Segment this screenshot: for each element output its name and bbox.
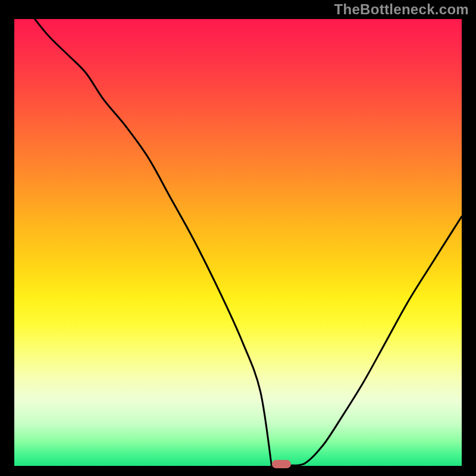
bottleneck-curve: [14, 19, 462, 468]
chart-container: TheBottleneck.com: [0, 0, 476, 476]
watermark-label: TheBottleneck.com: [334, 1, 469, 18]
optimal-point-marker: [272, 460, 291, 468]
gradient-plot-area: [14, 19, 462, 468]
x-axis: [14, 466, 462, 468]
